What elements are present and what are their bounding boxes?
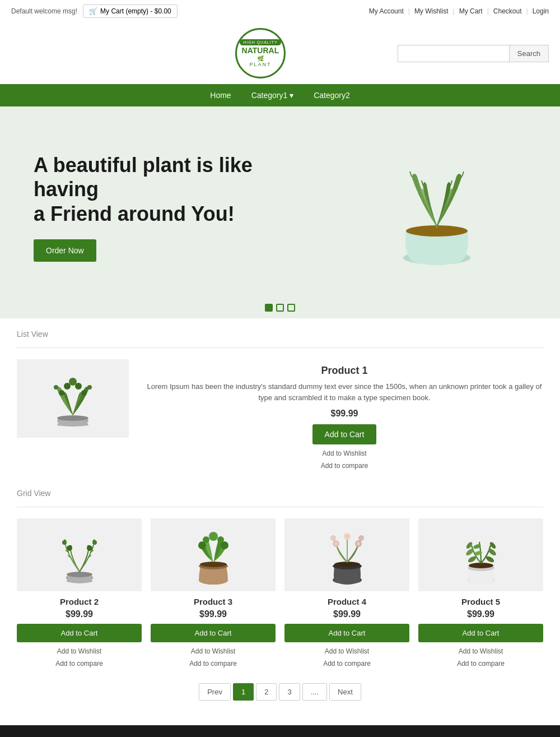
pagination-page2-button[interactable]: 2 [256,683,277,701]
product2-item: Product 2 $99.99 Add to Cart Add to Wish… [17,518,142,670]
product2-plant-svg [49,524,110,586]
product1-thumbnail [17,359,129,438]
product3-compare-link[interactable]: Add to compare [189,658,237,670]
nav-category1[interactable]: Category1 ▾ [241,84,304,106]
product4-actions: Add to Wishlist Add to compare [323,646,371,670]
product1-name: Product 1 [146,365,543,377]
logo-name: NATURAL [242,47,279,55]
nav-category2[interactable]: Category2 [304,84,360,106]
product1-actions: Add to Wishlist Add to compare [146,448,543,472]
hero-banner: A beautiful plant is like having a Frien… [0,106,560,297]
product5-item: Product 5 $99.99 Add to Cart Add to Wish… [418,518,543,670]
product1-compare-link[interactable]: Add to compare [146,460,543,472]
product5-thumbnail [418,518,543,591]
product4-wishlist-link[interactable]: Add to Wishlist [323,646,371,658]
search-button[interactable]: Search [510,45,549,62]
my-wishlist-link[interactable]: My Wishlist [414,7,449,15]
product5-compare-link[interactable]: Add to compare [457,658,505,670]
top-bar-right: My Account | My Wishlist | My Cart | Che… [369,7,549,15]
product1-wishlist-link[interactable]: Add to Wishlist [146,448,543,460]
header: HIGH QUALITY NATURAL 🌿 PLANT Search [0,22,560,84]
order-now-button[interactable]: Order Now [34,239,96,262]
pagination-next-button[interactable]: Next [329,683,361,701]
svg-point-32 [209,532,218,541]
checkout-link[interactable]: Checkout [493,7,522,15]
svg-point-39 [357,542,360,545]
product5-plant-svg [450,524,512,586]
svg-point-21 [67,545,72,551]
logo: HIGH QUALITY NATURAL 🌿 PLANT [235,28,286,78]
product2-add-to-cart-button[interactable]: Add to Cart [17,624,142,642]
pagination-ellipsis-button[interactable]: .... [302,683,327,701]
dropdown-icon: ▾ [290,91,293,100]
product2-actions: Add to Wishlist Add to compare [55,646,103,670]
product2-compare-link[interactable]: Add to compare [55,658,103,670]
dot-3[interactable] [287,304,295,312]
product2-name: Product 2 [60,597,99,606]
product3-wishlist-link[interactable]: Add to Wishlist [189,646,237,658]
product4-price: $99.99 [333,609,361,619]
logo-sub: PLANT [249,62,271,67]
hero-dots [0,297,560,318]
product1-info: Product 1 Lorem Ipsum has been the indus… [146,359,543,472]
hero-line2: a Friend around You! [34,202,235,225]
login-link[interactable]: Login [533,7,549,15]
product3-add-to-cart-button[interactable]: Add to Cart [151,624,276,642]
welcome-msg: Default welcome msg! [11,7,77,15]
my-cart-link[interactable]: My Cart [459,7,483,15]
footer: f 𝕏 in Site Map Search Terms Advanced Se… [0,725,560,737]
product1-add-to-cart-button[interactable]: Add to Cart [312,424,377,444]
product4-compare-link[interactable]: Add to compare [323,658,371,670]
svg-point-22 [87,545,92,551]
search-input[interactable] [398,45,510,62]
pagination-page3-button[interactable]: 3 [279,683,300,701]
dot-2[interactable] [276,304,284,312]
hero-headline: A beautiful plant is like having a Frien… [34,153,255,226]
product5-wishlist-link[interactable]: Add to Wishlist [457,646,505,658]
product5-name: Product 5 [461,597,500,606]
product2-wishlist-link[interactable]: Add to Wishlist [55,646,103,658]
svg-point-16 [67,572,92,577]
hero-text: A beautiful plant is like having a Frien… [34,153,255,262]
hero-plant-svg [364,135,510,280]
nav-bar: Home Category1 ▾ Category2 [0,84,560,106]
grid-view-label: Grid View [17,489,543,498]
product4-add-to-cart-button[interactable]: Add to Cart [284,624,409,642]
svg-point-30 [203,536,209,543]
product2-price: $99.99 [66,609,93,619]
list-view-item: Product 1 Lorem Ipsum has been the indus… [17,359,543,472]
svg-point-23 [62,540,67,545]
product3-actions: Add to Wishlist Add to compare [189,646,237,670]
top-bar: Default welcome msg! 🛒 My Cart (empty) -… [0,0,560,22]
cart-button[interactable]: 🛒 My Cart (empty) - $0.00 [83,4,178,18]
product5-price: $99.99 [467,609,494,619]
pagination-page1-button[interactable]: 1 [233,683,254,701]
svg-point-8 [59,390,64,396]
pagination-prev-button[interactable]: Prev [199,683,231,701]
svg-line-2 [422,180,423,185]
svg-point-35 [334,562,360,567]
svg-point-31 [217,536,224,543]
svg-line-5 [462,171,464,177]
cart-label: My Cart (empty) - $0.00 [100,7,171,15]
svg-point-10 [54,385,58,390]
product5-add-to-cart-button[interactable]: Add to Cart [418,624,543,642]
product4-thumbnail [284,518,409,591]
hero-image [347,129,526,286]
logo-circle: HIGH QUALITY NATURAL 🌿 PLANT [235,28,286,78]
pagination: Prev 1 2 3 .... Next [17,670,543,714]
dot-1[interactable] [265,304,273,312]
top-bar-left: Default welcome msg! 🛒 My Cart (empty) -… [11,4,178,18]
svg-point-14 [69,378,77,386]
search-box: Search [398,45,549,62]
svg-point-41 [358,535,364,541]
svg-point-9 [81,390,87,396]
my-account-link[interactable]: My Account [369,7,404,15]
divider-2 [17,507,543,507]
product4-item: Product 4 $99.99 Add to Cart Add to Wish… [284,518,409,670]
nav-home[interactable]: Home [200,84,241,106]
product3-price: $99.99 [199,609,227,619]
content-area: List View Product [0,318,560,725]
product4-plant-svg [316,524,378,586]
svg-point-37 [334,542,338,545]
